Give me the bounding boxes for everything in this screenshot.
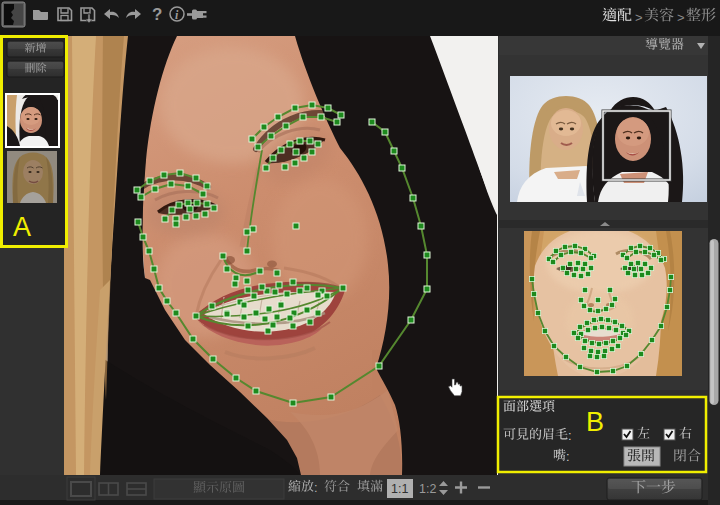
- svg-text::: :: [568, 428, 572, 443]
- svg-text:1:1: 1:1: [391, 482, 408, 496]
- svg-text::: :: [314, 480, 318, 495]
- svg-text:?: ?: [152, 5, 162, 24]
- svg-text::: :: [566, 449, 570, 464]
- svg-text:B: B: [586, 407, 604, 437]
- svg-text:A: A: [13, 212, 31, 242]
- svg-text:1:2: 1:2: [419, 482, 436, 496]
- svg-text:>: >: [635, 10, 643, 25]
- svg-text:>: >: [677, 10, 685, 25]
